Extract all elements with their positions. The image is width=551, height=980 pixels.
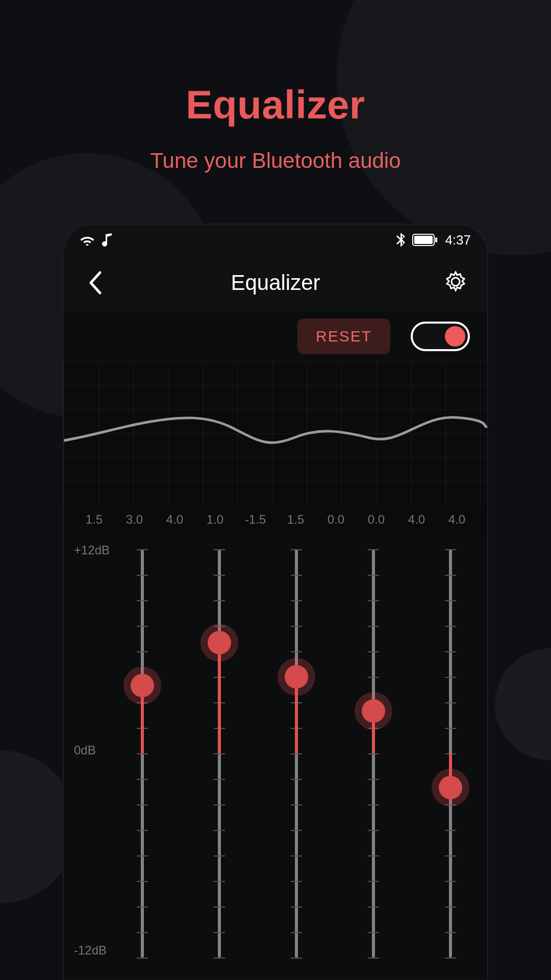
band-values-row: 1.53.04.01.0-1.51.50.00.04.04.0: [64, 504, 487, 535]
status-time: 4:37: [445, 232, 471, 248]
eq-slider[interactable]: [206, 544, 233, 963]
battery-icon: [412, 234, 438, 246]
phone-mock: 4:37 Equalizer RESET 1.53.04.01.0-1.51.5…: [64, 225, 487, 980]
band-value: 3.0: [114, 504, 155, 534]
hero-subtitle: Tune your Bluetooth audio: [0, 149, 551, 173]
status-bar: 4:37: [64, 225, 487, 255]
bluetooth-icon: [396, 233, 405, 247]
db-max-label: +12dB: [74, 543, 110, 557]
band-value: 1.5: [276, 504, 316, 534]
band-value: 1.0: [195, 504, 235, 534]
eq-slider[interactable]: [129, 544, 156, 963]
band-value: 1.5: [74, 504, 114, 534]
db-scale-labels: +12dB 0dB -12dB: [74, 535, 125, 979]
db-zero-label: 0dB: [74, 743, 96, 757]
slider-ticks: [206, 549, 233, 958]
slider-thumb[interactable]: [362, 699, 385, 723]
settings-button[interactable]: [441, 268, 470, 297]
slider-thumb[interactable]: [208, 631, 231, 654]
band-value: 0.0: [356, 504, 396, 534]
eq-slider[interactable]: [360, 544, 387, 963]
eq-slider[interactable]: [283, 544, 310, 963]
background-blob: [495, 648, 551, 761]
slider-thumb[interactable]: [131, 674, 154, 697]
band-value: 4.0: [437, 504, 477, 534]
band-value: -1.5: [235, 504, 276, 534]
slider-thumb[interactable]: [439, 776, 462, 799]
hero: Equalizer Tune your Bluetooth audio: [0, 0, 551, 173]
slider-thumb[interactable]: [285, 665, 308, 689]
wifi-icon: [80, 234, 94, 246]
controls-row: RESET: [64, 310, 487, 361]
toggle-knob: [445, 326, 465, 347]
gear-icon: [444, 270, 467, 296]
app-header: Equalizer: [64, 255, 487, 310]
band-value: 0.0: [316, 504, 356, 534]
sliders-area: +12dB 0dB -12dB: [64, 535, 487, 979]
hero-title: Equalizer: [0, 82, 551, 128]
eq-toggle[interactable]: [411, 322, 470, 351]
slider-ticks: [283, 549, 310, 958]
band-value: 4.0: [396, 504, 437, 534]
band-value: 4.0: [155, 504, 195, 534]
db-min-label: -12dB: [74, 943, 107, 958]
eq-slider[interactable]: [437, 544, 464, 963]
screen-title: Equalizer: [231, 271, 320, 295]
reset-button[interactable]: RESET: [297, 318, 390, 354]
eq-curve-graph: [64, 361, 487, 504]
svg-rect-2: [435, 237, 437, 242]
music-note-icon: [102, 233, 113, 247]
back-button[interactable]: [81, 268, 110, 297]
slider-ticks: [360, 549, 387, 958]
svg-rect-1: [414, 236, 433, 244]
slider-ticks: [129, 549, 156, 958]
